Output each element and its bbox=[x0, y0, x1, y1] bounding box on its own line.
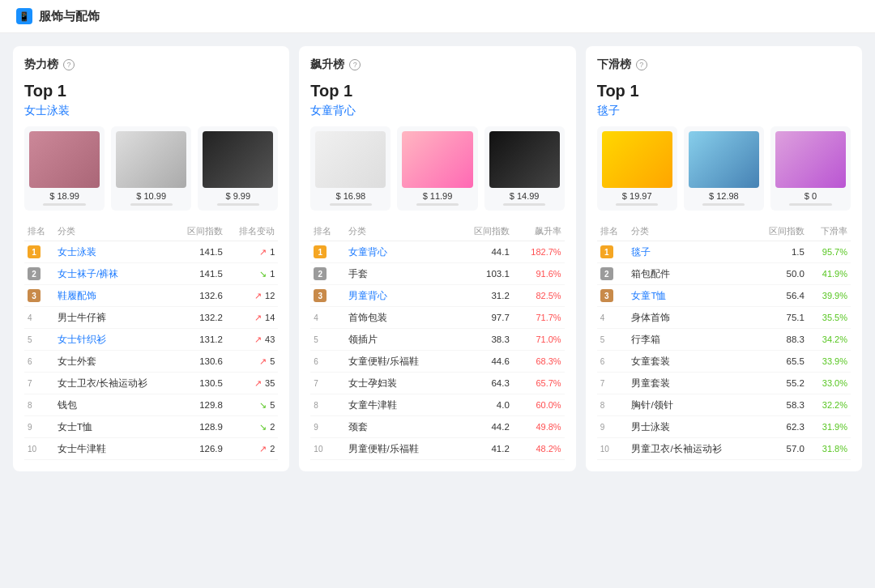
change-value-falling-0: 95.7% bbox=[808, 241, 851, 263]
category-name-rising-0[interactable]: 女童背心 bbox=[345, 241, 454, 263]
category-name-falling-8: 男士泳装 bbox=[628, 416, 753, 438]
rank-num-trending-5: 6 bbox=[24, 351, 54, 373]
index-value-falling-9: 57.0 bbox=[753, 438, 808, 460]
rank-num-trending-2: 3 bbox=[24, 285, 54, 307]
table-row-rising-0: 1女童背心44.1182.7% bbox=[310, 241, 564, 263]
help-icon-rising[interactable]: ? bbox=[349, 59, 361, 70]
rank-badge-trending-2: 3 bbox=[28, 289, 41, 302]
product-img-trending-0 bbox=[29, 131, 100, 188]
rank-badge-falling-0: 1 bbox=[600, 245, 613, 258]
product-bar-trending-0 bbox=[43, 203, 85, 206]
category-icon: 📱 bbox=[16, 8, 32, 24]
category-name-trending-5: 女士外套 bbox=[54, 351, 174, 373]
product-img-rising-2 bbox=[489, 131, 560, 188]
change-value-falling-7: 32.2% bbox=[808, 394, 851, 416]
table-row-rising-3: 4首饰包装97.771.7% bbox=[310, 307, 564, 329]
category-name-trending-0[interactable]: 女士泳装 bbox=[54, 241, 174, 263]
table-header-rising-1: 分类 bbox=[345, 222, 454, 241]
top-category-link-rising[interactable]: 女童背心 bbox=[310, 104, 564, 118]
main-content: 势力榜?Top 1女士泳装$ 18.99$ 10.99$ 9.99排名分类区间指… bbox=[0, 33, 875, 484]
table-header-falling-3: 下滑率 bbox=[808, 222, 851, 241]
top-category-link-falling[interactable]: 毯子 bbox=[597, 104, 851, 118]
rank-badge-rising-2: 3 bbox=[314, 289, 327, 302]
rank-badge-rising-4: 5 bbox=[314, 333, 318, 346]
table-row-trending-3: 4男士牛仔裤132.2↗ 14 bbox=[24, 307, 278, 329]
change-value-falling-3: 35.5% bbox=[808, 307, 851, 329]
product-card-rising-1: $ 11.99 bbox=[397, 126, 477, 211]
category-name-trending-2[interactable]: 鞋履配饰 bbox=[54, 285, 174, 307]
rank-num-falling-7: 8 bbox=[597, 394, 629, 416]
index-value-rising-3: 97.7 bbox=[454, 307, 513, 329]
table-row-rising-2: 3男童背心31.282.5% bbox=[310, 285, 564, 307]
table-row-trending-4: 5女士针织衫131.2↗ 43 bbox=[24, 329, 278, 351]
table-row-trending-7: 8钱包129.8↘ 5 bbox=[24, 394, 278, 416]
arrow-icon-trending-2: ↗ bbox=[254, 291, 262, 300]
rank-badge-trending-7: 8 bbox=[28, 398, 32, 411]
index-value-trending-1: 141.5 bbox=[174, 263, 226, 285]
table-row-trending-8: 9女士T恤128.9↘ 2 bbox=[24, 416, 278, 438]
category-name-rising-2[interactable]: 男童背心 bbox=[345, 285, 454, 307]
rank-num-trending-9: 10 bbox=[24, 438, 54, 460]
change-num-trending-7: 5 bbox=[267, 400, 275, 410]
rate-value-falling-9: 31.8% bbox=[822, 444, 847, 454]
table-header-falling-1: 分类 bbox=[628, 222, 753, 241]
arrow-icon-trending-4: ↗ bbox=[254, 334, 262, 344]
change-value-falling-2: 39.9% bbox=[808, 285, 851, 307]
rank-num-falling-1: 2 bbox=[597, 263, 629, 285]
change-value-falling-1: 41.9% bbox=[808, 263, 851, 285]
rank-badge-rising-5: 6 bbox=[314, 355, 318, 368]
change-value-falling-4: 34.2% bbox=[808, 329, 851, 351]
rank-badge-falling-6: 7 bbox=[600, 377, 605, 390]
table-row-falling-8: 9男士泳装62.331.9% bbox=[597, 416, 851, 438]
table-header-falling-2: 区间指数 bbox=[753, 222, 808, 241]
rank-num-trending-7: 8 bbox=[24, 394, 54, 416]
rank-num-falling-3: 4 bbox=[597, 307, 629, 329]
help-icon-trending[interactable]: ? bbox=[63, 59, 75, 70]
rank-num-rising-7: 8 bbox=[310, 394, 344, 416]
index-value-rising-5: 44.6 bbox=[454, 351, 513, 373]
change-value-rising-9: 48.2% bbox=[513, 438, 565, 460]
index-value-trending-3: 132.2 bbox=[174, 307, 226, 329]
rate-value-rising-2: 82.5% bbox=[536, 291, 561, 300]
table-header-trending-0: 排名 bbox=[24, 222, 54, 241]
product-price-rising-2: $ 14.99 bbox=[489, 191, 560, 201]
category-name-falling-2[interactable]: 女童T恤 bbox=[628, 285, 753, 307]
index-value-falling-0: 1.5 bbox=[753, 241, 808, 263]
rate-value-falling-7: 32.2% bbox=[822, 400, 847, 410]
product-price-trending-0: $ 18.99 bbox=[29, 191, 100, 201]
top-category-link-trending[interactable]: 女士泳装 bbox=[24, 104, 278, 118]
table-header-trending-1: 分类 bbox=[54, 222, 174, 241]
rank-badge-trending-0: 1 bbox=[28, 245, 41, 258]
rank-num-falling-0: 1 bbox=[597, 241, 629, 263]
rank-badge-falling-9: 10 bbox=[600, 442, 609, 455]
rank-num-falling-6: 7 bbox=[597, 373, 629, 394]
rank-badge-trending-9: 10 bbox=[28, 442, 36, 455]
change-value-falling-9: 31.8% bbox=[808, 438, 851, 460]
product-card-trending-0: $ 18.99 bbox=[24, 126, 105, 211]
category-name-falling-0[interactable]: 毯子 bbox=[628, 241, 753, 263]
rank-badge-trending-1: 2 bbox=[28, 267, 41, 280]
index-value-rising-2: 31.2 bbox=[454, 285, 513, 307]
category-name-trending-1[interactable]: 女士袜子/裤袜 bbox=[54, 263, 174, 285]
change-num-trending-0: 1 bbox=[267, 247, 275, 257]
table-row-trending-9: 10女士牛津鞋126.9↗ 2 bbox=[24, 438, 278, 460]
product-img-trending-2 bbox=[203, 131, 273, 188]
index-value-falling-5: 65.5 bbox=[753, 351, 808, 373]
change-value-trending-4: ↗ 43 bbox=[226, 329, 278, 351]
index-value-rising-8: 44.2 bbox=[454, 416, 513, 438]
product-card-trending-2: $ 9.99 bbox=[198, 126, 278, 211]
index-value-falling-4: 88.3 bbox=[753, 329, 808, 351]
rank-badge-falling-8: 9 bbox=[600, 420, 605, 433]
product-bar-rising-1 bbox=[416, 203, 459, 206]
category-name-rising-8: 颈套 bbox=[345, 416, 454, 438]
category-name-trending-4[interactable]: 女士针织衫 bbox=[54, 329, 174, 351]
arrow-icon-trending-0: ↗ bbox=[259, 247, 267, 257]
help-icon-falling[interactable]: ? bbox=[636, 59, 647, 70]
product-card-trending-1: $ 10.99 bbox=[111, 126, 191, 211]
category-name-rising-7: 女童牛津鞋 bbox=[345, 394, 454, 416]
product-bar-rising-2 bbox=[503, 203, 545, 206]
change-value-rising-8: 49.8% bbox=[513, 416, 565, 438]
table-row-falling-6: 7男童套装55.233.0% bbox=[597, 373, 851, 394]
table-row-rising-1: 2手套103.191.6% bbox=[310, 263, 564, 285]
rank-num-rising-6: 7 bbox=[310, 373, 344, 394]
